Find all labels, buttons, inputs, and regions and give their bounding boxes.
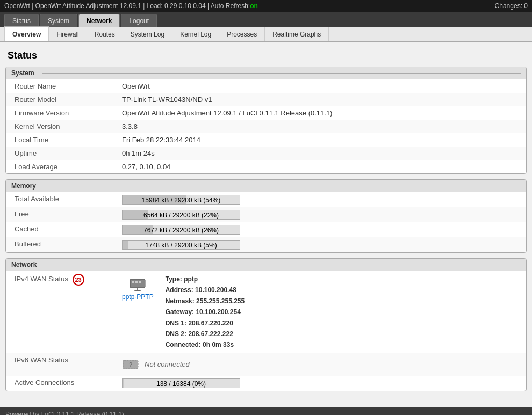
wan-gateway-label: Gateway: [166, 308, 194, 316]
firmware-version-label: Firmware Version [6, 106, 113, 120]
ipv4-wan-label: IPv4 WAN Status 23 [6, 271, 113, 353]
sub-tab-processes[interactable]: Processes [219, 27, 265, 41]
uptime-label: Uptime [6, 147, 113, 160]
kernel-version-value: 3.3.8 [113, 120, 526, 133]
sub-tab-system-log[interactable]: System Log [123, 27, 172, 41]
firmware-version-value: OpenWrt Attitude Adjustment 12.09.1 / Lu… [113, 106, 526, 120]
buffered-bar: 1748 kB / 29200 kB (5%) [113, 237, 526, 252]
cached-bar: 7672 kB / 29200 kB (26%) [113, 222, 526, 237]
system-section-header: System [6, 67, 526, 79]
sub-tab-kernel-log[interactable]: Kernel Log [172, 27, 219, 41]
ipv4-wan-details: pptp-PPTP Type: pptp Address: 10.100.200… [113, 271, 526, 353]
pptp-link[interactable]: pptp-PPTP [122, 293, 154, 301]
ipv6-wan-label: IPv6 WAN Status [6, 353, 113, 376]
main-tab-system[interactable]: System [40, 14, 77, 27]
total-available-label: Total Available [6, 192, 113, 207]
wan-dns1-label: DNS 1: [166, 319, 186, 327]
svg-text:?: ? [129, 362, 132, 368]
sub-tab-routes[interactable]: Routes [87, 27, 123, 41]
wan-dns2-label: DNS 2: [166, 330, 186, 338]
pptp-network-icon [129, 275, 146, 292]
table-row: Router Name OpenWrt [6, 79, 526, 93]
ipv6-network-icon: ? [122, 356, 139, 373]
table-row: Load Average 0.27, 0.10, 0.04 [6, 160, 526, 173]
free-label: Free [6, 207, 113, 222]
table-row: Total Available 15984 kB / 29200 kB (54%… [6, 192, 526, 207]
svg-rect-5 [134, 290, 141, 291]
total-available-bar: 15984 kB / 29200 kB (54%) [113, 192, 526, 207]
topbar-changes: Changes: 0 [495, 2, 528, 10]
wan-netmask-val: 255.255.255.255 [196, 297, 245, 305]
table-row: Buffered 1748 kB / 29200 kB (5%) [6, 237, 526, 252]
ipv6-wan-details: ? Not connected [113, 353, 526, 376]
kernel-version-label: Kernel Version [6, 120, 113, 133]
wan-dns2-val: 208.67.222.222 [188, 330, 233, 338]
network-info-table: IPv4 WAN Status 23 [6, 271, 526, 391]
table-row: Kernel Version 3.3.8 [6, 120, 526, 133]
wan-gateway-val: 10.100.200.254 [196, 308, 240, 316]
wan-netmask-label: Netmask: [166, 297, 195, 305]
ipv4-wan-row: IPv4 WAN Status 23 [6, 271, 526, 353]
footer: Powered by LuCI 0.11.1 Release (0.11.1) [0, 407, 532, 415]
wan-address-label: Address: [166, 286, 193, 294]
load-average-value: 0.27, 0.10, 0.04 [113, 160, 526, 173]
topbar-title-text: OpenWrt | OpenWrt Attitude Adjustment 12… [4, 2, 250, 10]
wan-details-text: Type: pptp Address: 10.100.200.48 Netmas… [166, 274, 245, 351]
page-title: Status [5, 48, 527, 67]
wan-dns1-val: 208.67.220.220 [188, 319, 233, 327]
main-tab-network[interactable]: Network [78, 14, 120, 27]
router-model-label: Router Model [6, 93, 113, 106]
local-time-value: Fri Feb 28 22:33:44 2014 [113, 133, 526, 147]
auto-refresh-status: on [250, 2, 258, 10]
system-info-table: Router Name OpenWrt Router Model TP-Link… [6, 79, 526, 173]
free-bar: 6564 kB / 29200 kB (22%) [113, 207, 526, 222]
svg-rect-3 [139, 281, 141, 283]
content-area: Status System Router Name OpenWrt Router… [0, 42, 532, 407]
uptime-value: 0h 1m 24s [113, 147, 526, 160]
network-section: Network IPv4 WAN Status 23 [5, 258, 527, 391]
active-connections-label: Active Connections [6, 376, 113, 391]
wan-connected-val: 0h 0m 33s [203, 341, 234, 348]
svg-rect-0 [130, 279, 145, 288]
table-row: Uptime 0h 1m 24s [6, 147, 526, 160]
memory-info-table: Total Available 15984 kB / 29200 kB (54%… [6, 192, 526, 252]
local-time-label: Local Time [6, 133, 113, 147]
ipv6-not-connected: Not connected [145, 360, 190, 368]
router-name-label: Router Name [6, 79, 113, 93]
ipv4-badge: 23 [73, 274, 84, 286]
wan-address-val: 10.100.200.48 [195, 286, 236, 294]
load-average-label: Load Average [6, 160, 113, 173]
main-tab-status[interactable]: Status [4, 14, 39, 27]
table-row: Free 6564 kB / 29200 kB (22%) [6, 207, 526, 222]
sub-tab-firewall[interactable]: Firewall [49, 27, 87, 41]
memory-section: Memory Total Available 15984 kB / 29200 … [5, 179, 527, 253]
table-row: Local Time Fri Feb 28 22:33:44 2014 [6, 133, 526, 147]
pptp-icon-container: pptp-PPTP [122, 275, 154, 301]
sub-nav: Overview Firewall Routes System Log Kern… [0, 27, 532, 42]
svg-rect-1 [132, 281, 134, 283]
main-nav: Status System Network Logout [0, 12, 532, 27]
ipv6-wan-row: IPv6 WAN Status ? Not connected [6, 353, 526, 376]
wan-type-label: Type: [166, 275, 182, 283]
router-name-value: OpenWrt [113, 79, 526, 93]
memory-section-header: Memory [6, 180, 526, 192]
footer-text: Powered by LuCI 0.11.1 Release (0.11.1) [5, 411, 124, 415]
network-section-header: Network [6, 259, 526, 271]
sub-tab-overview[interactable]: Overview [4, 26, 49, 41]
wan-connected-label: Connected: [166, 341, 201, 348]
wan-type-val: pptp [184, 275, 198, 283]
cached-label: Cached [6, 222, 113, 237]
table-row: Firmware Version OpenWrt Attitude Adjust… [6, 106, 526, 120]
svg-rect-2 [135, 281, 138, 283]
system-section: System Router Name OpenWrt Router Model … [5, 67, 527, 174]
topbar: OpenWrt | OpenWrt Attitude Adjustment 12… [0, 0, 532, 12]
active-connections-row: Active Connections 138 / 16384 (0%) [6, 376, 526, 391]
buffered-label: Buffered [6, 237, 113, 252]
active-connections-bar: 138 / 16384 (0%) [113, 376, 526, 391]
topbar-info: OpenWrt | OpenWrt Attitude Adjustment 12… [4, 2, 258, 10]
sub-tab-realtime-graphs[interactable]: Realtime Graphs [265, 27, 329, 41]
main-tab-logout[interactable]: Logout [121, 14, 157, 27]
table-row: Cached 7672 kB / 29200 kB (26%) [6, 222, 526, 237]
table-row: Router Model TP-Link TL-WR1043N/ND v1 [6, 93, 526, 106]
router-model-value: TP-Link TL-WR1043N/ND v1 [113, 93, 526, 106]
